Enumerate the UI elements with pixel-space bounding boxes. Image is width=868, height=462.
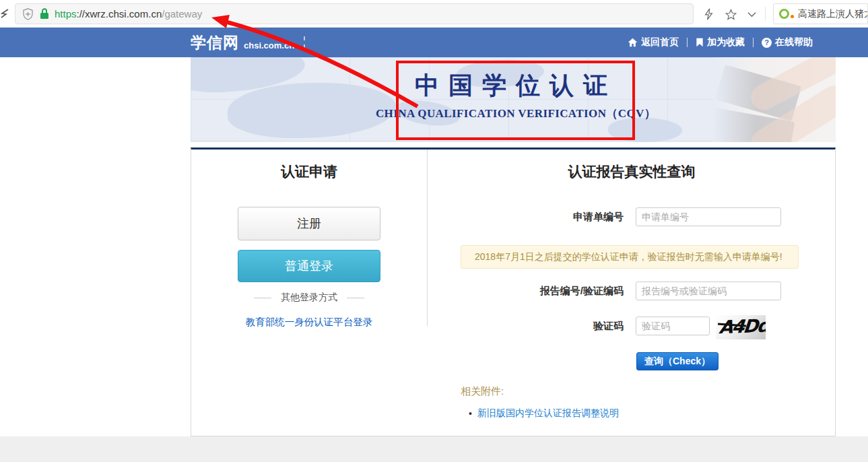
captcha-input[interactable] <box>636 317 710 335</box>
url-scheme: https <box>55 8 77 20</box>
report-number-input[interactable] <box>636 282 781 300</box>
captcha-image[interactable]: A4Dd <box>716 315 766 339</box>
captcha-row: 验证码 <box>428 317 836 335</box>
divider-line <box>347 298 364 298</box>
browser-chrome: https://xwrz.chsi.com.cn/gateway 高速路上演人猪… <box>0 0 868 28</box>
chevron-down-icon[interactable] <box>743 6 760 22</box>
banner-title-cn: 中国学位认证 <box>376 69 656 102</box>
nav-home-label: 返回首页 <box>641 36 679 48</box>
bullet-icon: • <box>469 408 472 419</box>
application-number-input[interactable] <box>636 207 781 226</box>
verify-panel-heading: 认证报告真实性查询 <box>428 162 836 181</box>
report-number-label: 报告编号/验证编码 <box>428 285 624 298</box>
navbar-links: 返回首页 加为收藏 ? 在线帮助 <box>628 28 813 57</box>
partial-toolbar-icon[interactable] <box>1 9 9 21</box>
attachments-heading: 相关附件: <box>461 385 504 398</box>
logo-separator <box>304 36 305 48</box>
attachment-link[interactable]: 新旧版国内学位认证报告调整说明 <box>477 407 619 420</box>
search-engine-logo <box>779 9 789 19</box>
bookmark-icon <box>696 38 704 47</box>
captcha-label: 验证码 <box>428 320 624 333</box>
banner-title: 中国学位认证 CHINA QUALIFICATION VERIFICATION（… <box>376 69 656 121</box>
help-icon: ? <box>762 38 772 48</box>
register-button[interactable]: 注册 <box>238 207 380 240</box>
nav-separator <box>687 38 688 47</box>
nav-help-link[interactable]: ? 在线帮助 <box>762 36 813 48</box>
address-bar[interactable]: https://xwrz.chsi.com.cn/gateway <box>15 3 694 24</box>
report-number-row: 报告编号/验证编码 <box>428 282 836 300</box>
lightning-icon[interactable] <box>700 6 716 22</box>
lock-icon <box>40 8 49 20</box>
nav-home-link[interactable]: 返回首页 <box>628 36 679 48</box>
browser-search-box[interactable]: 高速路上演人猪大 <box>773 3 868 24</box>
nav-favorite-label: 加为收藏 <box>707 36 745 48</box>
site-logo-domain: chsi.com.cn <box>244 40 294 51</box>
site-navbar: 学信网 chsi.com.cn 返回首页 加为收藏 ? 在线帮助 <box>0 28 868 57</box>
check-button[interactable]: 查询（Check） <box>636 352 719 370</box>
home-icon <box>628 38 638 47</box>
attachment-list-item: • 新旧版国内学位认证报告调整说明 <box>469 407 619 420</box>
favorite-star-icon[interactable] <box>723 6 739 22</box>
nav-separator <box>753 38 754 47</box>
url-text: https://xwrz.chsi.com.cn/gateway <box>55 8 202 20</box>
banner: 中国学位认证 CHINA QUALIFICATION VERIFICATION（… <box>191 57 836 142</box>
search-headline[interactable]: 高速路上演人猪大 <box>798 8 868 20</box>
divider-line <box>254 298 271 298</box>
search-engine-logo-dot <box>791 15 794 18</box>
map-landmass <box>608 118 682 142</box>
normal-login-button[interactable]: 普通登录 <box>238 250 380 282</box>
site-logo[interactable]: 学信网 chsi.com.cn <box>191 28 305 57</box>
verify-panel: 认证报告真实性查询 申请单编号 2018年7月1日之后提交的学位认证申请，验证报… <box>428 150 836 436</box>
banner-title-en: CHINA QUALIFICATION VERIFICATION（CQV） <box>376 106 656 121</box>
apply-panel: 认证申请 注册 普通登录 其他登录方式 教育部统一身份认证平台登录 <box>191 150 427 436</box>
nav-favorite-link[interactable]: 加为收藏 <box>696 36 745 48</box>
notice-banner: 2018年7月1日之后提交的学位认证申请，验证报告时无需输入申请单编号! <box>461 245 799 269</box>
url-path: /gateway <box>162 8 202 20</box>
application-number-row: 申请单编号 <box>428 207 836 226</box>
edu-platform-login-link[interactable]: 教育部统一身份认证平台登录 <box>191 316 427 329</box>
apply-panel-heading: 认证申请 <box>191 162 427 181</box>
page-footer-area <box>0 436 868 462</box>
other-login-label: 其他登录方式 <box>281 292 337 304</box>
site-logo-cn: 学信网 <box>191 32 239 53</box>
nav-help-label: 在线帮助 <box>775 36 813 48</box>
url-host: ://xwrz.chsi.com.cn <box>77 8 162 20</box>
toolbar-separator <box>765 7 766 21</box>
shield-plus-icon[interactable] <box>22 8 34 20</box>
main-content: 认证申请 注册 普通登录 其他登录方式 教育部统一身份认证平台登录 认证报告真实… <box>191 147 836 436</box>
photo-fade <box>713 57 836 142</box>
application-number-label: 申请单编号 <box>428 211 624 224</box>
banner-photo <box>713 57 836 142</box>
other-login-methods: 其他登录方式 <box>191 292 427 304</box>
